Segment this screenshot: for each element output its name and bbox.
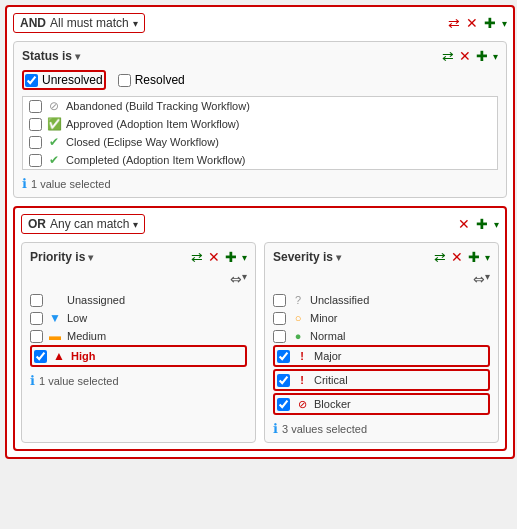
status-resolved-item[interactable]: Resolved [118, 73, 185, 87]
priority-expand-icon[interactable]: ⇔ [230, 271, 242, 287]
priority-unassigned-icon [48, 293, 62, 307]
list-item: ⊘ Abandoned (Build Tracking Workflow) [23, 97, 497, 115]
status-unresolved-item[interactable]: Unresolved [22, 70, 106, 90]
status-unresolved-label: Unresolved [42, 73, 103, 87]
priority-high-checkbox[interactable] [34, 350, 47, 363]
status-header: Status is ▾ ⇄ ✕ ✚ ▾ [22, 48, 498, 64]
severity-unclassified-checkbox[interactable] [273, 294, 286, 307]
status-quick-checkboxes: Unresolved Resolved [22, 70, 498, 90]
priority-filter-block: Priority is ▾ ⇄ ✕ ✚ ▾ ⇔ ▾ [21, 242, 256, 443]
status-resolved-checkbox[interactable] [118, 74, 131, 87]
priority-severity-columns: Priority is ▾ ⇄ ✕ ✚ ▾ ⇔ ▾ [21, 242, 499, 443]
status-title-text: Status is [22, 49, 72, 63]
completed-icon: ✔ [47, 153, 61, 167]
status-title-btn[interactable]: Status is ▾ [22, 49, 80, 63]
severity-minor-label: Minor [310, 312, 338, 324]
severity-swap-icon[interactable]: ⇄ [434, 249, 446, 265]
and-filter-container: AND All must match ▾ ⇄ ✕ ✚ ▾ Status is ▾… [5, 5, 515, 459]
status-add-icon[interactable]: ✚ [476, 48, 488, 64]
severity-blocker-label: Blocker [314, 398, 351, 410]
priority-delete-icon[interactable]: ✕ [208, 249, 220, 265]
severity-info-icon: ℹ [273, 421, 278, 436]
status-swap-icon[interactable]: ⇄ [442, 48, 454, 64]
status-actions: ⇄ ✕ ✚ ▾ [442, 48, 498, 64]
status-delete-icon[interactable]: ✕ [459, 48, 471, 64]
severity-normal-icon: ● [291, 329, 305, 343]
priority-unassigned-label: Unassigned [67, 294, 125, 306]
status-completed-label: Completed (Adoption Item Workflow) [66, 154, 246, 166]
priority-low-checkbox[interactable] [30, 312, 43, 325]
or-add-chevron-icon[interactable]: ▾ [494, 219, 499, 230]
severity-critical-icon: ! [295, 373, 309, 387]
list-item: ⊘ Blocker [273, 393, 490, 415]
status-sub-list: ⊘ Abandoned (Build Tracking Workflow) ✅ … [22, 96, 498, 170]
priority-high-icon: ▲ [52, 349, 66, 363]
status-filter-block: Status is ▾ ⇄ ✕ ✚ ▾ Unresolved Resolved [13, 41, 507, 198]
severity-major-label: Major [314, 350, 342, 362]
and-delete-icon[interactable]: ✕ [466, 15, 478, 31]
severity-chevron-icon: ▾ [336, 252, 341, 263]
severity-blocker-icon: ⊘ [295, 397, 309, 411]
priority-swap-icon[interactable]: ⇄ [191, 249, 203, 265]
list-item: ✅ Approved (Adoption Item Workflow) [23, 115, 497, 133]
severity-minor-checkbox[interactable] [273, 312, 286, 325]
severity-normal-label: Normal [310, 330, 345, 342]
status-closed-checkbox[interactable] [29, 136, 42, 149]
severity-critical-checkbox[interactable] [277, 374, 290, 387]
or-match-badge[interactable]: OR Any can match ▾ [21, 214, 145, 234]
priority-add-chevron-icon[interactable]: ▾ [242, 252, 247, 263]
priority-unassigned-checkbox[interactable] [30, 294, 43, 307]
priority-medium-checkbox[interactable] [30, 330, 43, 343]
or-header-actions: ✕ ✚ ▾ [458, 216, 499, 232]
priority-add-icon[interactable]: ✚ [225, 249, 237, 265]
priority-actions: ⇄ ✕ ✚ ▾ [191, 249, 247, 265]
severity-normal-checkbox[interactable] [273, 330, 286, 343]
or-filter-container: OR Any can match ▾ ✕ ✚ ▾ Priority is ▾ [13, 206, 507, 451]
priority-high-label: High [71, 350, 95, 362]
severity-blocker-checkbox[interactable] [277, 398, 290, 411]
severity-delete-icon[interactable]: ✕ [451, 249, 463, 265]
status-completed-checkbox[interactable] [29, 154, 42, 167]
priority-info-row: ℹ 1 value selected [30, 373, 247, 388]
severity-major-icon: ! [295, 349, 309, 363]
severity-unclassified-icon: ? [291, 293, 305, 307]
and-match-badge[interactable]: AND All must match ▾ [13, 13, 145, 33]
priority-medium-icon: ▬ [48, 329, 62, 343]
list-item: ! Major [273, 345, 490, 367]
priority-title-btn[interactable]: Priority is ▾ [30, 250, 93, 264]
severity-expand-icon[interactable]: ⇔ [473, 271, 485, 287]
or-header: OR Any can match ▾ ✕ ✚ ▾ [21, 214, 499, 234]
list-item: ▼ Low [30, 309, 247, 327]
or-chevron-icon: ▾ [133, 219, 138, 230]
status-abandoned-label: Abandoned (Build Tracking Workflow) [66, 100, 250, 112]
or-delete-icon[interactable]: ✕ [458, 216, 470, 232]
and-add-icon[interactable]: ✚ [484, 15, 496, 31]
severity-filter-block: Severity is ▾ ⇄ ✕ ✚ ▾ ⇔ ▾ [264, 242, 499, 443]
status-abandoned-checkbox[interactable] [29, 100, 42, 113]
severity-actions: ⇄ ✕ ✚ ▾ [434, 249, 490, 265]
abandoned-icon: ⊘ [47, 99, 61, 113]
list-item: ✔ Closed (Eclipse Way Workflow) [23, 133, 497, 151]
severity-expand-row: ⇔ ▾ [273, 271, 490, 287]
list-item: ▲ High [30, 345, 247, 367]
severity-add-icon[interactable]: ✚ [468, 249, 480, 265]
priority-info-icon: ℹ [30, 373, 35, 388]
approved-icon: ✅ [47, 117, 61, 131]
list-item: ○ Minor [273, 309, 490, 327]
severity-info-text: 3 values selected [282, 423, 367, 435]
or-add-icon[interactable]: ✚ [476, 216, 488, 232]
priority-expand-chevron[interactable]: ▾ [242, 271, 247, 287]
and-label: All must match [50, 16, 129, 30]
and-swap-icon[interactable]: ⇄ [448, 15, 460, 31]
severity-title-btn[interactable]: Severity is ▾ [273, 250, 341, 264]
status-add-chevron-icon[interactable]: ▾ [493, 51, 498, 62]
status-approved-checkbox[interactable] [29, 118, 42, 131]
priority-low-label: Low [67, 312, 87, 324]
or-keyword: OR [28, 217, 46, 231]
severity-expand-chevron[interactable]: ▾ [485, 271, 490, 287]
severity-major-checkbox[interactable] [277, 350, 290, 363]
priority-title-text: Priority is [30, 250, 85, 264]
and-add-chevron-icon[interactable]: ▾ [502, 18, 507, 29]
severity-add-chevron-icon[interactable]: ▾ [485, 252, 490, 263]
status-unresolved-checkbox[interactable] [25, 74, 38, 87]
